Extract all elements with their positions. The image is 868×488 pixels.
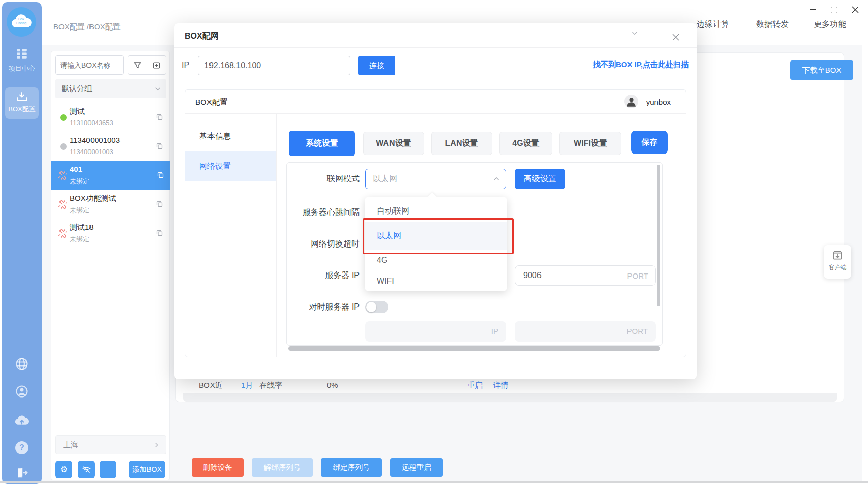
sidebar-cloud-upload-button[interactable] bbox=[2, 414, 42, 427]
box-config-card: BOX配置 yunbox 基本信息 网络设置 系统设置 WAN设置 LAN设置 … bbox=[185, 89, 686, 357]
wifi-config-button[interactable] bbox=[78, 461, 95, 478]
settings-button[interactable]: ⚙ bbox=[55, 461, 72, 478]
device-row[interactable]: BOX功能测试 未绑定 bbox=[51, 190, 169, 219]
delete-device-button[interactable]: 删除设备 bbox=[192, 458, 244, 477]
window-controls bbox=[806, 3, 862, 16]
username: yunbox bbox=[646, 98, 671, 106]
collapse-chevron-icon[interactable] bbox=[631, 29, 638, 37]
group-header[interactable]: 默认分组 bbox=[55, 79, 166, 98]
add-group-button[interactable] bbox=[147, 56, 166, 74]
sidebar-account-button[interactable] bbox=[2, 384, 42, 399]
logo-text-line1: Box bbox=[7, 17, 36, 21]
search-input[interactable] bbox=[55, 55, 124, 75]
close-icon bbox=[852, 6, 859, 13]
stats-row: BOX近 1月 在线率 0% 重启 详情 bbox=[176, 378, 845, 392]
copy-icon[interactable] bbox=[156, 113, 163, 121]
sidebar-globe-button[interactable] bbox=[2, 357, 42, 371]
stats-period-link[interactable]: 1月 bbox=[241, 381, 253, 390]
network-mode-select[interactable]: 以太网 bbox=[365, 169, 506, 189]
sidebar-item-label: 项目中心 bbox=[2, 64, 42, 73]
device-row[interactable]: 测试 113100043653 bbox=[51, 103, 169, 132]
add-box-button[interactable]: 添加BOX bbox=[129, 461, 165, 478]
right-scroll-track bbox=[863, 45, 863, 481]
time-server-port-field[interactable]: PORT bbox=[515, 321, 656, 342]
advanced-settings-button[interactable]: 高级设置 bbox=[515, 169, 565, 189]
device-name: 测试18 bbox=[70, 223, 94, 232]
side-tab-network-settings[interactable]: 网络设置 bbox=[185, 151, 276, 181]
sidebar-item-project-center[interactable]: 项目中心 bbox=[2, 48, 42, 73]
stats-label: BOX近 bbox=[199, 381, 223, 390]
device-status: 未绑定 bbox=[70, 206, 89, 215]
client-box-download-icon bbox=[831, 249, 844, 262]
ip-label: IP bbox=[182, 60, 189, 70]
vertical-scrollbar[interactable] bbox=[657, 165, 660, 306]
ip-placeholder: IP bbox=[491, 321, 498, 342]
annotation-highlight-box bbox=[363, 218, 514, 254]
bind-serial-button[interactable]: 绑定序列号 bbox=[321, 458, 382, 477]
filter-funnel-icon bbox=[133, 61, 142, 70]
gear-icon: ⚙ bbox=[60, 465, 68, 474]
logo-text-line2: Config bbox=[7, 21, 36, 25]
nav-more-functions[interactable]: 更多功能 bbox=[814, 19, 846, 30]
broken-link-icon bbox=[58, 229, 68, 238]
device-panel: 默认分组 测试 113100043653 113400001003 113400… bbox=[51, 51, 170, 480]
tab-lan-settings[interactable]: LAN设置 bbox=[431, 132, 492, 155]
device-row[interactable]: 测试18 未绑定 bbox=[51, 219, 169, 248]
sidebar-item-box-config[interactable]: BOX配置 bbox=[5, 87, 39, 119]
time-server-ip-field[interactable]: IP bbox=[365, 321, 506, 342]
tab-wan-settings[interactable]: WAN设置 bbox=[363, 132, 424, 155]
ip-input[interactable] bbox=[198, 56, 350, 75]
dropdown-option-wifi[interactable]: WIFI bbox=[365, 271, 507, 291]
copy-icon[interactable] bbox=[156, 200, 163, 208]
nav-edge-computing[interactable]: 边缘计算 bbox=[697, 19, 729, 30]
horizontal-scrollbar[interactable] bbox=[288, 346, 660, 351]
bottom-group-row[interactable]: 上海 bbox=[55, 435, 166, 454]
maximize-button[interactable] bbox=[827, 3, 841, 16]
form-label-server-ip: 服务器 IP bbox=[287, 265, 360, 286]
side-tab-basic-info[interactable]: 基本信息 bbox=[185, 124, 276, 148]
device-serial: 113400001003 bbox=[70, 148, 113, 156]
globe-icon bbox=[15, 357, 29, 371]
form-label-heartbeat: 服务器心跳间隔 bbox=[287, 202, 360, 223]
sidebar-logout-button[interactable] bbox=[2, 466, 42, 480]
filter-button[interactable] bbox=[128, 56, 147, 74]
copy-icon[interactable] bbox=[156, 229, 163, 237]
tab-system-settings[interactable]: 系统设置 bbox=[289, 131, 355, 156]
cloud-upload-icon bbox=[14, 414, 29, 427]
time-server-toggle[interactable] bbox=[365, 301, 388, 313]
tab-4g-settings[interactable]: 4G设置 bbox=[499, 132, 552, 155]
modal-close-icon[interactable] bbox=[672, 33, 680, 41]
server-port-field[interactable]: 9006 PORT bbox=[515, 265, 656, 286]
broken-link-icon bbox=[58, 200, 68, 209]
config-card-title: BOX配置 bbox=[195, 97, 228, 108]
scan-link[interactable]: 找不到BOX IP,点击此处扫描 bbox=[593, 60, 689, 70]
minimize-button[interactable] bbox=[806, 3, 819, 16]
status-offline-dot bbox=[60, 143, 67, 150]
chevron-down-icon bbox=[154, 85, 161, 93]
client-widget[interactable]: 客户端 bbox=[824, 245, 851, 279]
tab-wifi-settings[interactable]: WIFI设置 bbox=[559, 132, 621, 155]
copy-icon[interactable] bbox=[157, 171, 164, 179]
device-row-selected[interactable]: 401 未绑定 bbox=[51, 161, 170, 190]
download-to-box-button[interactable]: 下载至BOX bbox=[790, 60, 853, 80]
avatar bbox=[624, 95, 638, 108]
device-name: 401 bbox=[70, 165, 82, 173]
box-config-download-icon bbox=[5, 92, 39, 103]
modal-title: BOX配网 bbox=[185, 31, 219, 42]
remote-restart-button[interactable]: 远程重启 bbox=[390, 458, 443, 477]
save-button[interactable]: 保存 bbox=[631, 131, 668, 154]
close-window-button[interactable] bbox=[849, 3, 862, 16]
question-icon: ? bbox=[15, 441, 28, 454]
network-mode-value: 以太网 bbox=[373, 169, 397, 189]
stats-restart-link[interactable]: 重启 bbox=[467, 381, 483, 390]
stats-detail-link[interactable]: 详情 bbox=[493, 381, 508, 390]
connect-button[interactable]: 连接 bbox=[358, 56, 395, 75]
sidebar-help-button[interactable]: ? bbox=[2, 441, 42, 454]
nav-data-forwarding[interactable]: 数据转发 bbox=[756, 19, 789, 30]
stats-next-row-band bbox=[183, 393, 837, 402]
blank-tool-button[interactable] bbox=[100, 461, 116, 478]
device-name: BOX功能测试 bbox=[70, 194, 116, 203]
copy-icon[interactable] bbox=[156, 142, 163, 150]
unbind-serial-button[interactable]: 解绑序列号 bbox=[252, 458, 313, 477]
device-row[interactable]: 113400001003 113400001003 bbox=[51, 132, 169, 161]
